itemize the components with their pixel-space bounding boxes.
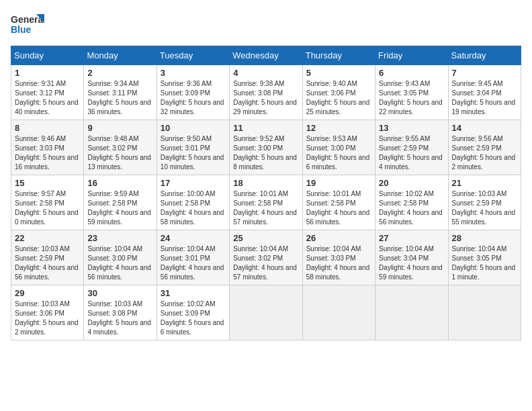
day-number: 8: [15, 123, 80, 133]
calendar-cell: 4 Sunrise: 9:38 AM Sunset: 3:08 PM Dayli…: [230, 65, 302, 120]
weekday-header-saturday: Saturday: [448, 46, 521, 65]
day-number: 3: [161, 68, 226, 78]
calendar-cell: 30 Sunrise: 10:03 AM Sunset: 3:08 PM Day…: [84, 285, 157, 340]
calendar-cell: 11 Sunrise: 9:52 AM Sunset: 3:00 PM Dayl…: [230, 120, 302, 175]
weekday-header-monday: Monday: [84, 46, 157, 65]
day-number: 18: [233, 178, 298, 188]
day-number: 16: [87, 178, 152, 188]
logo: General Blue: [11, 11, 44, 40]
calendar-cell: 17 Sunrise: 10:00 AM Sunset: 2:58 PM Day…: [157, 175, 229, 230]
calendar-cell: [230, 285, 302, 340]
calendar-cell: 2 Sunrise: 9:34 AM Sunset: 3:11 PM Dayli…: [84, 65, 157, 120]
day-number: 9: [87, 123, 152, 133]
day-info: Sunrise: 9:52 AM Sunset: 3:00 PM Dayligh…: [233, 134, 298, 172]
calendar-cell: 24 Sunrise: 10:04 AM Sunset: 3:01 PM Day…: [157, 230, 229, 285]
calendar-cell: 9 Sunrise: 9:48 AM Sunset: 3:02 PM Dayli…: [84, 120, 157, 175]
day-info: Sunrise: 9:59 AM Sunset: 2:58 PM Dayligh…: [87, 189, 152, 227]
day-info: Sunrise: 9:53 AM Sunset: 3:00 PM Dayligh…: [306, 134, 371, 172]
day-info: Sunrise: 9:43 AM Sunset: 3:05 PM Dayligh…: [379, 79, 444, 117]
day-info: Sunrise: 10:02 AM Sunset: 2:58 PM Daylig…: [379, 189, 444, 227]
day-number: 14: [452, 123, 517, 133]
day-number: 7: [452, 68, 517, 78]
calendar-cell: 20 Sunrise: 10:02 AM Sunset: 2:58 PM Day…: [375, 175, 448, 230]
day-info: Sunrise: 10:03 AM Sunset: 2:59 PM Daylig…: [452, 189, 517, 227]
calendar: SundayMondayTuesdayWednesdayThursdayFrid…: [11, 46, 521, 340]
calendar-cell: 25 Sunrise: 10:04 AM Sunset: 3:02 PM Day…: [230, 230, 302, 285]
calendar-cell: 14 Sunrise: 9:56 AM Sunset: 2:59 PM Dayl…: [448, 120, 521, 175]
svg-text:Blue: Blue: [11, 24, 32, 35]
day-number: 29: [15, 288, 80, 298]
day-info: Sunrise: 10:01 AM Sunset: 2:58 PM Daylig…: [306, 189, 371, 227]
weekday-header-sunday: Sunday: [11, 46, 84, 65]
day-info: Sunrise: 9:55 AM Sunset: 2:59 PM Dayligh…: [379, 134, 444, 172]
calendar-cell: 15 Sunrise: 9:57 AM Sunset: 2:58 PM Dayl…: [11, 175, 84, 230]
day-info: Sunrise: 10:04 AM Sunset: 3:04 PM Daylig…: [379, 244, 444, 282]
day-number: 26: [306, 233, 371, 243]
day-info: Sunrise: 9:57 AM Sunset: 2:58 PM Dayligh…: [15, 189, 80, 227]
calendar-cell: [302, 285, 375, 340]
calendar-cell: 12 Sunrise: 9:53 AM Sunset: 3:00 PM Dayl…: [302, 120, 375, 175]
day-info: Sunrise: 10:03 AM Sunset: 2:59 PM Daylig…: [15, 244, 80, 282]
day-number: 24: [161, 233, 226, 243]
calendar-cell: 31 Sunrise: 10:02 AM Sunset: 3:09 PM Day…: [157, 285, 229, 340]
day-info: Sunrise: 10:04 AM Sunset: 3:03 PM Daylig…: [306, 244, 371, 282]
calendar-cell: 7 Sunrise: 9:45 AM Sunset: 3:04 PM Dayli…: [448, 65, 521, 120]
day-number: 10: [161, 123, 226, 133]
weekday-header-wednesday: Wednesday: [230, 46, 302, 65]
day-number: 23: [87, 233, 152, 243]
calendar-cell: 29 Sunrise: 10:03 AM Sunset: 3:06 PM Day…: [11, 285, 84, 340]
day-info: Sunrise: 10:00 AM Sunset: 2:58 PM Daylig…: [161, 189, 226, 227]
calendar-cell: 8 Sunrise: 9:46 AM Sunset: 3:03 PM Dayli…: [11, 120, 84, 175]
calendar-cell: 19 Sunrise: 10:01 AM Sunset: 2:58 PM Day…: [302, 175, 375, 230]
weekday-header-tuesday: Tuesday: [157, 46, 229, 65]
day-number: 19: [306, 178, 371, 188]
calendar-cell: 3 Sunrise: 9:36 AM Sunset: 3:09 PM Dayli…: [157, 65, 229, 120]
day-info: Sunrise: 10:04 AM Sunset: 3:02 PM Daylig…: [233, 244, 298, 282]
calendar-cell: 18 Sunrise: 10:01 AM Sunset: 2:58 PM Day…: [230, 175, 302, 230]
day-info: Sunrise: 9:50 AM Sunset: 3:01 PM Dayligh…: [161, 134, 226, 172]
calendar-cell: 10 Sunrise: 9:50 AM Sunset: 3:01 PM Dayl…: [157, 120, 229, 175]
day-info: Sunrise: 10:03 AM Sunset: 3:06 PM Daylig…: [15, 300, 80, 337]
day-number: 6: [379, 68, 444, 78]
calendar-cell: 16 Sunrise: 9:59 AM Sunset: 2:58 PM Dayl…: [84, 175, 157, 230]
calendar-cell: 13 Sunrise: 9:55 AM Sunset: 2:59 PM Dayl…: [375, 120, 448, 175]
calendar-cell: [375, 285, 448, 340]
calendar-cell: 22 Sunrise: 10:03 AM Sunset: 2:59 PM Day…: [11, 230, 84, 285]
calendar-cell: 27 Sunrise: 10:04 AM Sunset: 3:04 PM Day…: [375, 230, 448, 285]
day-info: Sunrise: 10:04 AM Sunset: 3:05 PM Daylig…: [452, 244, 517, 282]
calendar-cell: 5 Sunrise: 9:40 AM Sunset: 3:06 PM Dayli…: [302, 65, 375, 120]
day-number: 12: [306, 123, 371, 133]
day-number: 31: [161, 288, 226, 298]
day-info: Sunrise: 9:45 AM Sunset: 3:04 PM Dayligh…: [452, 79, 517, 117]
day-info: Sunrise: 10:03 AM Sunset: 3:08 PM Daylig…: [87, 300, 152, 337]
day-info: Sunrise: 10:04 AM Sunset: 3:00 PM Daylig…: [87, 244, 152, 282]
calendar-cell: 6 Sunrise: 9:43 AM Sunset: 3:05 PM Dayli…: [375, 65, 448, 120]
day-number: 28: [452, 233, 517, 243]
day-info: Sunrise: 9:46 AM Sunset: 3:03 PM Dayligh…: [15, 134, 80, 172]
calendar-cell: 1 Sunrise: 9:31 AM Sunset: 3:12 PM Dayli…: [11, 65, 84, 120]
day-info: Sunrise: 10:04 AM Sunset: 3:01 PM Daylig…: [161, 244, 226, 282]
day-number: 1: [15, 68, 80, 78]
calendar-cell: [448, 285, 521, 340]
calendar-cell: 23 Sunrise: 10:04 AM Sunset: 3:00 PM Day…: [84, 230, 157, 285]
calendar-cell: 21 Sunrise: 10:03 AM Sunset: 2:59 PM Day…: [448, 175, 521, 230]
day-number: 13: [379, 123, 444, 133]
day-number: 27: [379, 233, 444, 243]
day-info: Sunrise: 10:02 AM Sunset: 3:09 PM Daylig…: [161, 300, 226, 337]
day-number: 22: [15, 233, 80, 243]
day-number: 2: [87, 68, 152, 78]
day-info: Sunrise: 9:31 AM Sunset: 3:12 PM Dayligh…: [15, 79, 80, 117]
day-info: Sunrise: 9:56 AM Sunset: 2:59 PM Dayligh…: [452, 134, 517, 172]
day-number: 11: [233, 123, 298, 133]
day-info: Sunrise: 9:36 AM Sunset: 3:09 PM Dayligh…: [161, 79, 226, 117]
calendar-cell: 28 Sunrise: 10:04 AM Sunset: 3:05 PM Day…: [448, 230, 521, 285]
day-number: 15: [15, 178, 80, 188]
day-info: Sunrise: 10:01 AM Sunset: 2:58 PM Daylig…: [233, 189, 298, 227]
weekday-header-thursday: Thursday: [302, 46, 375, 65]
day-number: 4: [233, 68, 298, 78]
day-number: 21: [452, 178, 517, 188]
day-number: 5: [306, 68, 371, 78]
day-number: 30: [87, 288, 152, 298]
weekday-header-friday: Friday: [375, 46, 448, 65]
day-info: Sunrise: 9:40 AM Sunset: 3:06 PM Dayligh…: [306, 79, 371, 117]
